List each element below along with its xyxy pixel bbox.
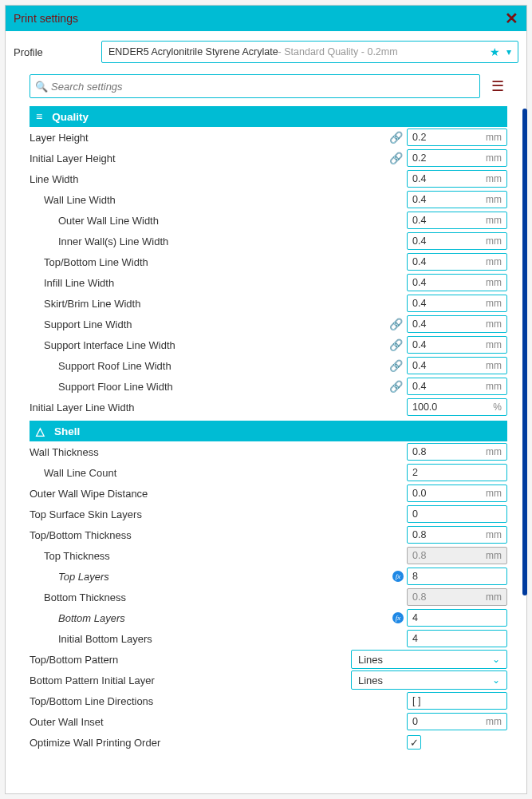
value-input[interactable]: mm [407,315,507,333]
value-input[interactable]: % [407,398,507,416]
setting-label: Support Interface Line Width [30,339,389,351]
value-input[interactable]: mm [407,191,507,208]
number-field[interactable] [408,132,477,143]
value-input[interactable]: mm [407,336,507,354]
scrollbar[interactable] [522,109,527,595]
setting-label: Top/Bottom Line Width [30,256,407,268]
value-input[interactable]: mm [407,485,507,502]
link-icon[interactable]: 🔗 [389,359,402,372]
number-field[interactable] [408,339,477,350]
number-field [408,550,477,561]
number-field[interactable] [408,360,477,371]
number-field[interactable] [408,381,477,392]
profile-label: Profile [14,46,93,58]
number-field[interactable] [408,173,477,184]
number-field[interactable] [408,695,477,706]
value-input[interactable]: mm [407,149,507,167]
number-field[interactable] [408,716,477,727]
value-select[interactable]: Lines⌄ [351,650,507,669]
value-input[interactable]: mm [407,274,507,291]
link-icon[interactable]: 🔗 [389,318,402,330]
value-input[interactable]: mm [407,443,507,461]
setting-label: Skirt/Brim Line Width [30,298,407,310]
value-input[interactable]: mm [407,212,507,229]
menu-icon[interactable]: ☰ [488,77,507,95]
section-quality[interactable]: ≡ Quality [30,106,507,127]
number-field[interactable] [408,298,477,309]
value-input[interactable]: mm [407,129,507,146]
setting-row: Top Layersfx [30,566,507,587]
number-field[interactable] [408,633,477,644]
number-field[interactable] [408,152,477,164]
search-input[interactable] [51,81,475,93]
value-input[interactable]: mm [407,253,507,271]
number-field[interactable] [408,571,477,582]
number-field[interactable] [408,401,477,413]
checkbox[interactable]: ✓ [407,735,421,750]
value-input[interactable] [407,630,507,647]
setting-label: Support Line Width [30,318,389,330]
setting-row: Top/Bottom Line Widthmm [30,251,507,272]
value-input[interactable] [407,568,507,585]
profile-select[interactable]: ENDER5 Acrylonitrile Styrene Acrylate - … [101,41,518,63]
setting-row: Support Interface Line Width🔗mm [30,334,507,355]
number-field[interactable] [408,318,477,330]
number-field[interactable] [408,235,477,247]
setting-label: Bottom Layers [30,612,392,624]
formula-badge[interactable]: fx [392,571,404,582]
star-icon[interactable]: ★ [487,45,503,58]
unit-label: mm [486,277,506,288]
setting-row: Outer Wall Line Widthmm [30,210,507,231]
number-field[interactable] [408,277,477,288]
unit-label: mm [486,152,506,164]
unit-label: mm [486,235,506,247]
chevron-down-icon[interactable]: ▾ [503,46,511,57]
number-field[interactable] [408,194,477,205]
number-field[interactable] [408,446,477,457]
value-input[interactable]: mm [407,526,507,544]
value-input[interactable] [407,692,507,710]
value-input[interactable]: mm [407,713,507,730]
close-icon[interactable]: ✕ [505,9,518,28]
search-box[interactable]: 🔍 [30,74,480,98]
select-value: Lines [358,674,383,686]
setting-row: Top Surface Skin Layers [30,504,507,524]
setting-label: Optimize Wall Printing Order [30,737,407,749]
unit-label: % [493,401,506,413]
value-input: mm [407,547,507,564]
link-icon[interactable]: 🔗 [389,131,402,144]
value-input[interactable] [407,505,507,523]
formula-badge[interactable]: fx [392,612,404,623]
dialog-title: Print settings [14,12,78,25]
setting-label: Line Width [30,173,407,185]
link-icon[interactable]: 🔗 [389,380,402,393]
section-shell[interactable]: △ Shell [30,421,507,441]
number-field[interactable] [408,467,477,478]
value-input[interactable]: mm [407,232,507,250]
quality-icon: ≡ [36,110,42,123]
unit-label: mm [486,591,506,603]
value-select[interactable]: Lines⌄ [351,670,507,690]
settings-scroll[interactable]: ≡ Quality Layer Height🔗mmInitial Layer H… [6,103,526,793]
number-field[interactable] [408,215,477,226]
value-input[interactable] [407,464,507,481]
setting-row: Wall Line Count [30,462,507,483]
number-field[interactable] [408,612,477,623]
number-field[interactable] [408,256,477,267]
value-input[interactable]: mm [407,295,507,312]
link-icon[interactable]: 🔗 [389,152,402,164]
value-input[interactable] [407,609,507,627]
setting-label: Outer Wall Wipe Distance [30,488,407,500]
value-input[interactable]: mm [407,357,507,374]
setting-label: Outer Wall Inset [30,716,407,728]
number-field[interactable] [408,508,477,520]
value-input[interactable]: mm [407,378,507,395]
number-field[interactable] [408,529,477,540]
number-field[interactable] [408,488,477,499]
setting-row: Top Thicknessmm [30,545,507,566]
setting-row: Support Roof Line Width🔗mm [30,355,507,376]
value-input[interactable]: mm [407,170,507,188]
unit-label: mm [486,256,506,267]
unit-label: mm [486,215,506,226]
link-icon[interactable]: 🔗 [389,338,402,351]
